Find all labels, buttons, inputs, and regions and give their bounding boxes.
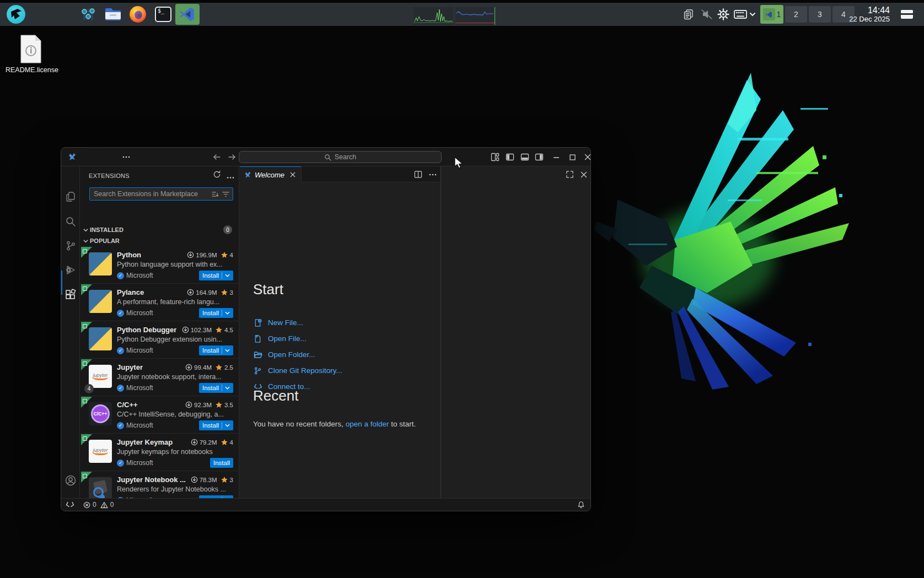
rating-value: 3 xyxy=(230,289,233,296)
toggle-panel-icon[interactable] xyxy=(517,148,533,166)
keyboard-layout-icon[interactable] xyxy=(733,5,748,24)
star-icon xyxy=(221,289,228,296)
garuda-menu-button[interactable] xyxy=(7,5,25,24)
extension-list-item[interactable]: Python 196.9M 4 Python language support … xyxy=(80,246,239,284)
install-button[interactable]: Install xyxy=(199,383,233,393)
extension-icon: jupyter xyxy=(89,440,112,463)
accounts-icon[interactable] xyxy=(61,468,80,493)
remote-install-badge-icon xyxy=(81,322,92,333)
sort-filter-icon[interactable] xyxy=(212,191,219,198)
install-button[interactable]: Install xyxy=(210,458,233,468)
section-installed[interactable]: INSTALLED 0 xyxy=(80,224,239,235)
start-item-link[interactable]: Open Folder... xyxy=(253,347,342,363)
source-control-icon[interactable] xyxy=(61,234,80,258)
refresh-icon[interactable] xyxy=(213,170,221,182)
show-desktop-icon[interactable] xyxy=(900,5,914,24)
extension-list-item[interactable]: Python Debugger 102.3M 4.5 Python Debugg… xyxy=(80,321,239,359)
workspace-button[interactable]: 1 xyxy=(760,5,783,24)
menubar xyxy=(78,148,135,166)
start-item-link[interactable]: Open File... xyxy=(253,331,342,347)
toggle-sidebar-icon[interactable] xyxy=(502,148,518,166)
extensions-view-icon[interactable] xyxy=(61,283,80,307)
install-dropdown-icon[interactable] xyxy=(222,347,230,354)
install-dropdown-icon[interactable] xyxy=(222,272,230,279)
section-popular[interactable]: POPULAR xyxy=(80,235,239,246)
extension-icon xyxy=(89,252,112,276)
install-button[interactable]: Install xyxy=(199,308,233,318)
install-button[interactable]: Install xyxy=(199,345,233,355)
minimize-button[interactable] xyxy=(549,148,564,166)
extension-name: Jupyter Keymap xyxy=(117,438,173,446)
extension-list-item[interactable]: jupyter Jupyter Keymap 79.2M 4 xyxy=(80,434,239,471)
window-titlebar[interactable]: Search xyxy=(61,148,590,166)
publisher-name: Microsoft xyxy=(126,422,153,429)
document-icon xyxy=(19,34,43,64)
install-dropdown-icon[interactable] xyxy=(222,385,230,391)
start-item-link[interactable]: New File... xyxy=(253,315,342,331)
run-debug-icon[interactable] xyxy=(61,258,80,282)
clipboard-tray-icon[interactable] xyxy=(683,5,695,24)
mouse-cursor xyxy=(453,156,465,170)
extension-list-item[interactable]: Pylance 164.9M 3 A performant, feature-r… xyxy=(80,284,239,321)
download-count: 78.3M xyxy=(200,477,217,483)
workspace-button[interactable]: 3 xyxy=(809,6,831,23)
install-dropdown-icon[interactable] xyxy=(222,310,230,316)
remote-indicator-icon[interactable] xyxy=(66,501,74,508)
split-editor-icon[interactable] xyxy=(414,170,422,179)
extensions-sidebar: EXTENSIONS INS xyxy=(80,166,239,498)
install-button[interactable]: Install xyxy=(199,420,233,430)
install-button[interactable]: Install xyxy=(199,271,233,280)
toggle-secondary-sidebar-icon[interactable] xyxy=(531,148,547,166)
nav-forward-button[interactable] xyxy=(224,148,240,166)
tab-welcome[interactable]: Welcome xyxy=(240,166,302,182)
install-dropdown-icon[interactable] xyxy=(222,422,230,429)
star-icon xyxy=(215,401,223,409)
maximize-button[interactable] xyxy=(565,148,580,166)
volume-muted-icon[interactable] xyxy=(700,5,713,24)
nav-back-button[interactable] xyxy=(209,148,224,166)
downloads-icon xyxy=(187,289,194,296)
tray-expand-chevron-icon[interactable] xyxy=(749,5,756,24)
menu-more-button[interactable] xyxy=(117,156,135,158)
file-manager-icon[interactable] xyxy=(104,5,122,24)
firefox-icon[interactable] xyxy=(128,5,147,24)
command-center-search[interactable]: Search xyxy=(239,151,442,163)
start-item-link[interactable]: Clone Git Repository... xyxy=(253,363,342,379)
notifications-bell-icon[interactable] xyxy=(577,501,585,509)
downloads-icon xyxy=(182,326,189,333)
extension-list-item[interactable]: C/C++ C/C++ 92.3M 3.5 xyxy=(80,396,239,434)
tab-file-icon xyxy=(244,171,251,179)
customize-layout-icon[interactable] xyxy=(487,148,503,166)
workspace-button[interactable]: 2 xyxy=(785,6,807,23)
settings-gear-tray-icon[interactable] xyxy=(717,5,730,24)
vscode-app-icon[interactable] xyxy=(178,5,196,24)
clock-widget[interactable]: 14:44 22 Dec 2025 xyxy=(849,6,890,24)
rating-value: 3.5 xyxy=(224,402,233,408)
desktop-file-readme-license[interactable]: README.license xyxy=(6,34,56,74)
publisher-name: Microsoft xyxy=(126,347,153,354)
errors-warnings-status[interactable]: 0 0 xyxy=(83,501,114,509)
search-view-icon[interactable] xyxy=(61,209,80,234)
extension-description: Renderers for Jupyter Notebooks ... xyxy=(117,485,233,493)
tab-close-icon[interactable] xyxy=(290,172,296,177)
explorer-icon[interactable] xyxy=(61,185,80,209)
extensions-search-input[interactable] xyxy=(90,190,212,198)
remote-install-badge-icon xyxy=(81,284,92,295)
extension-icon xyxy=(89,290,112,313)
sidebar-more-actions-icon[interactable] xyxy=(227,170,234,182)
extension-list-item[interactable]: jupyter 4 Jupyter 99.4M 2.5 xyxy=(80,359,239,396)
settings-app-icon[interactable] xyxy=(79,5,98,24)
remote-install-badge-icon xyxy=(81,397,92,408)
maximize-group-icon[interactable] xyxy=(566,170,574,179)
terminal-app-icon[interactable]: $_ xyxy=(154,5,173,24)
open-a-folder-link[interactable]: open a folder xyxy=(346,420,389,428)
workspace-number: 2 xyxy=(794,10,798,19)
warnings-icon xyxy=(100,501,108,509)
close-window-button[interactable] xyxy=(580,148,591,166)
editor-more-actions-icon[interactable] xyxy=(429,174,437,176)
extension-name: Python Debugger xyxy=(117,326,176,334)
filter-icon[interactable] xyxy=(222,191,229,198)
close-group-icon[interactable] xyxy=(581,171,587,178)
system-monitor-widget[interactable] xyxy=(413,7,495,25)
workspace-number: 1 xyxy=(777,10,781,19)
